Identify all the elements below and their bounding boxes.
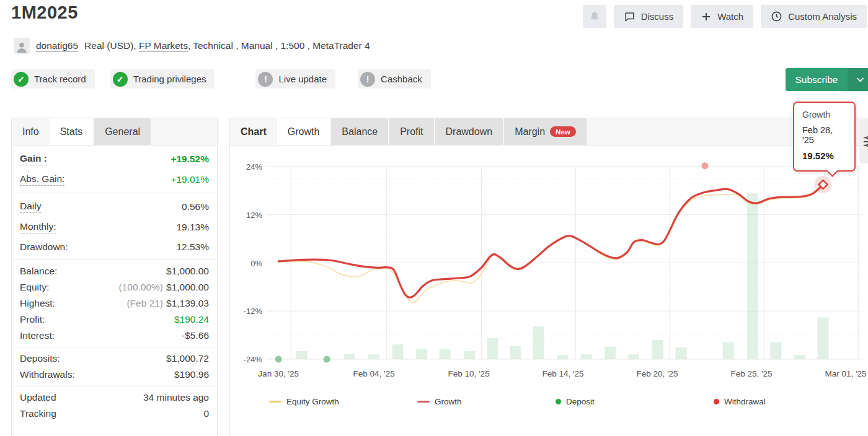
- chevron-down-icon: [856, 75, 865, 84]
- verification-badges: ✓ Track record ✓ Trading privileges ! Li…: [11, 69, 431, 89]
- stat-row-deposits: Deposits: $1,000.72: [12, 351, 217, 367]
- chart-panel: Chart Growth Balance Profit Drawdown Mar…: [229, 118, 868, 436]
- stat-label: Equity:: [20, 282, 49, 293]
- tab-growth[interactable]: Growth: [277, 118, 330, 145]
- x-tick: Mar 01, '25: [825, 369, 867, 378]
- badge-trading-privileges[interactable]: ✓ Trading privileges: [110, 69, 215, 89]
- x-tick: Feb 14, '25: [542, 369, 584, 378]
- side-tab-text: YIY: [862, 135, 868, 148]
- period-group: Daily 0.56% Monthly: 19.13% Drawdown: 12…: [12, 193, 217, 260]
- y-tick: -24%: [244, 355, 262, 364]
- legend-deposit[interactable]: Deposit: [556, 397, 595, 406]
- badge-label: Track record: [34, 74, 86, 84]
- badge-live-update[interactable]: ! Live update: [255, 69, 335, 89]
- x-tick: Jan 30, '25: [258, 369, 299, 378]
- tab-stats[interactable]: Stats: [50, 118, 93, 145]
- discuss-icon: [624, 11, 636, 22]
- clock-icon: [771, 11, 782, 22]
- stat-value: $190.24: [174, 314, 209, 325]
- stat-label: Highest:: [20, 298, 55, 309]
- exclamation-icon: !: [258, 72, 273, 87]
- x-tick: Feb 25, '25: [731, 369, 773, 378]
- bell-icon: [588, 11, 601, 23]
- discuss-button[interactable]: Discuss: [614, 5, 684, 28]
- stat-value: 0: [203, 408, 209, 419]
- subscribe-button[interactable]: Subscribe: [786, 68, 868, 91]
- stat-value: $1,000.72: [166, 353, 209, 364]
- chart-tabs: Chart Growth Balance Profit Drawdown Mar…: [230, 118, 868, 146]
- legend-equity-growth[interactable]: Equity Growth: [269, 397, 339, 406]
- stat-row-daily: Daily 0.56%: [12, 196, 217, 217]
- x-tick: Feb 20, '25: [637, 369, 678, 378]
- balance-group: Balance: $1,000.00 Equity: (100.00%)$1,0…: [12, 260, 217, 347]
- broker-link[interactable]: FP Markets: [139, 40, 188, 51]
- top-actions: Discuss Watch Custom Analysis: [583, 5, 867, 28]
- badge-cashback[interactable]: ! Cashback: [358, 69, 431, 89]
- y-tick: 24%: [246, 162, 262, 172]
- stat-row-withdrawals: Withdrawals: $190.96: [12, 367, 217, 383]
- tab-balance[interactable]: Balance: [331, 118, 388, 145]
- custom-analysis-button[interactable]: Custom Analysis: [761, 5, 867, 28]
- exclamation-icon: !: [360, 72, 375, 87]
- stat-value: -$5.66: [182, 330, 209, 341]
- tab-general[interactable]: General: [94, 118, 151, 145]
- y-tick: 12%: [246, 210, 262, 219]
- watch-button[interactable]: Watch: [691, 5, 753, 28]
- stat-row-highest: Highest: (Feb 21)$1,139.03: [12, 295, 217, 312]
- stat-note: (100.00%): [119, 282, 164, 292]
- account-details: Real (USD), FP Markets, Technical , Manu…: [84, 40, 370, 51]
- tooltip-series: Growth: [802, 110, 846, 120]
- account-type: Real (USD),: [84, 40, 136, 51]
- notifications-bell-button[interactable]: [583, 5, 606, 28]
- x-tick: Feb 10, '25: [448, 369, 490, 378]
- tab-margin[interactable]: Margin New: [504, 118, 587, 145]
- y-tick: 0%: [250, 258, 262, 268]
- tab-drawdown[interactable]: Drawdown: [435, 118, 503, 145]
- chart-section-label: Chart: [230, 118, 277, 145]
- stat-label: Monthly:: [20, 221, 56, 233]
- stat-label: Abs. Gain:: [20, 173, 64, 186]
- legend-withdrawal[interactable]: Withdrawal: [714, 397, 766, 406]
- legend-label: Deposit: [566, 397, 595, 406]
- badge-label: Cashback: [381, 74, 422, 84]
- stat-label: Updated: [20, 392, 56, 403]
- stat-value: +19.01%: [170, 174, 209, 185]
- badge-track-record[interactable]: ✓ Track record: [11, 69, 95, 89]
- stat-value: 0.56%: [182, 201, 209, 212]
- tab-profit[interactable]: Profit: [389, 118, 433, 145]
- growth-chart-plot[interactable]: Jan 30, '25Feb 04, '25Feb 10, '25Feb 14,…: [266, 167, 862, 359]
- stat-row-tracking: Tracking 0: [12, 406, 217, 422]
- legend-label: Withdrawal: [724, 397, 766, 406]
- x-axis-labels: Jan 30, '25Feb 04, '25Feb 10, '25Feb 14,…: [266, 369, 862, 379]
- check-icon: ✓: [14, 72, 29, 87]
- stat-label: Profit:: [20, 314, 45, 325]
- stat-value: 34 minutes ago: [143, 392, 209, 403]
- clipped-vertical-side-tab[interactable]: YIY: [859, 119, 868, 164]
- tooltip-date: Feb 28, '25: [802, 125, 846, 145]
- account-meta-row: donatig65 Real (USD), FP Markets, Techni…: [14, 38, 370, 54]
- stat-row-updated: Updated 34 minutes ago: [12, 390, 217, 406]
- stat-row-abs-gain: Abs. Gain: +19.01%: [12, 169, 217, 190]
- username-link[interactable]: donatig65: [36, 40, 78, 51]
- account-attributes: , Technical , Manual , 1:500 , MetaTrade…: [188, 40, 370, 51]
- page-title: 1M2025: [11, 2, 78, 23]
- stats-panel: Info Stats General Gain : +19.52% Abs. G…: [11, 118, 218, 436]
- tooltip-value: 19.52%: [802, 150, 846, 161]
- chart-legend: Equity Growth Growth Deposit Withdrawal: [230, 397, 868, 408]
- stat-value: $1,000.00: [166, 266, 209, 277]
- discuss-label: Discuss: [641, 11, 674, 22]
- subscribe-dropdown-toggle[interactable]: [848, 68, 868, 91]
- tab-info[interactable]: Info: [12, 118, 50, 145]
- y-axis-labels: 24%12%0%-12%-24%: [235, 167, 262, 359]
- legend-growth[interactable]: Growth: [417, 397, 462, 406]
- new-badge: New: [550, 126, 576, 137]
- cashflow-group: Deposits: $1,000.72 Withdrawals: $190.96: [12, 347, 217, 386]
- stat-row-interest: Interest: -$5.66: [12, 328, 217, 344]
- stat-label: Gain :: [20, 153, 47, 165]
- stat-label: Daily: [20, 201, 41, 213]
- stat-label: Drawdown:: [20, 242, 68, 253]
- meta-group: Updated 34 minutes ago Tracking 0: [12, 386, 217, 425]
- stat-label: Interest:: [20, 330, 55, 341]
- gain-group: Gain : +19.52% Abs. Gain: +19.01%: [12, 146, 217, 193]
- growth-swatch: [417, 401, 430, 403]
